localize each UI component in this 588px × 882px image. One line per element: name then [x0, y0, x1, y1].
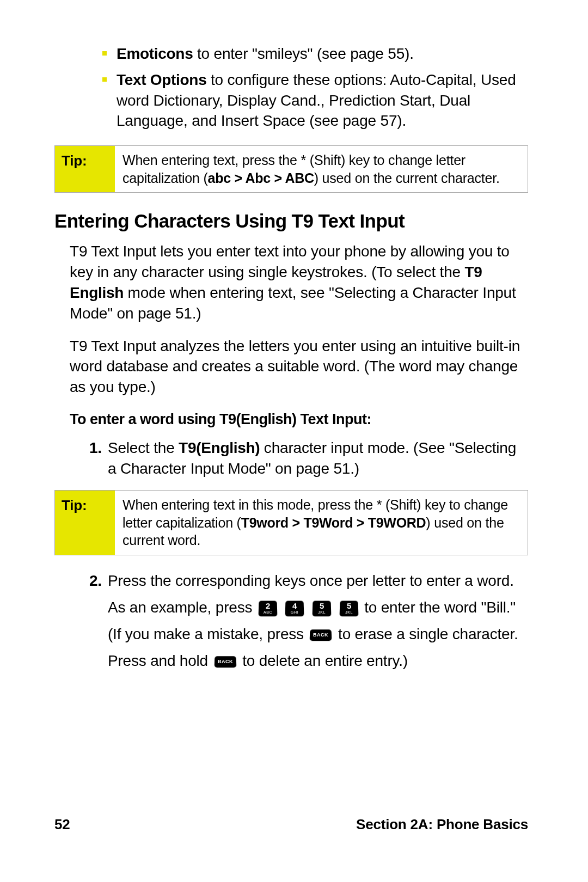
para-text: T9 Text Input lets you enter text into y… — [70, 243, 510, 280]
step-text: Select the — [108, 439, 179, 456]
tip-label: Tip: — [55, 491, 115, 555]
key-back-icon: BACK — [214, 656, 236, 667]
step-2: 2. Press the corresponding keys once per… — [89, 567, 528, 674]
key-5-icon: 5JKL — [313, 601, 332, 616]
key-2-icon: 2ABC — [258, 601, 277, 616]
page-number: 52 — [54, 816, 70, 833]
tip-bold: T9word > T9Word > T9WORD — [241, 515, 426, 530]
bullet-bold: Emoticons — [117, 45, 193, 62]
substep-heading: To enter a word using T9(English) Text I… — [54, 409, 528, 429]
key-4-icon: 4GHI — [285, 601, 304, 616]
step-bold: T9(English) — [179, 439, 260, 456]
section-heading: Entering Characters Using T9 Text Input — [54, 208, 528, 234]
tip-box-2: Tip: When entering text in this mode, pr… — [54, 490, 528, 555]
page-footer: 52 Section 2A: Phone Basics — [54, 816, 528, 833]
tip-text: ) used on the current character. — [314, 170, 500, 186]
para-text: mode when entering text, see "Selecting … — [70, 284, 516, 322]
bullet-emoticons: Emoticons to enter "smileys" (see page 5… — [102, 44, 528, 64]
step-number: 2. — [89, 567, 102, 594]
key-5-icon: 5JKL — [339, 601, 358, 616]
tip-label: Tip: — [55, 146, 115, 192]
step-number: 1. — [89, 438, 102, 458]
step-list-2: 2. Press the corresponding keys once per… — [54, 567, 528, 674]
sub-bullet-list: Emoticons to enter "smileys" (see page 5… — [54, 44, 528, 131]
tip-body: When entering text in this mode, press t… — [115, 491, 528, 555]
key-back-icon: BACK — [310, 629, 332, 641]
paragraph-2: T9 Text Input analyzes the letters you e… — [54, 336, 528, 397]
paragraph-1: T9 Text Input lets you enter text into y… — [54, 241, 528, 323]
tip-box-1: Tip: When entering text, press the * (Sh… — [54, 145, 528, 193]
step-list-1: 1. Select the T9(English) character inpu… — [54, 438, 528, 479]
bullet-bold: Text Options — [117, 71, 206, 88]
bullet-text: to enter "smileys" (see page 55). — [193, 45, 413, 62]
tip-body: When entering text, press the * (Shift) … — [115, 146, 528, 192]
tip-bold: abc > Abc > ABC — [208, 170, 314, 186]
bullet-text-options: Text Options to configure these options:… — [102, 70, 528, 131]
step-text: to delete an entire entry.) — [242, 652, 408, 669]
section-label: Section 2A: Phone Basics — [356, 816, 528, 833]
step-1: 1. Select the T9(English) character inpu… — [89, 438, 528, 479]
